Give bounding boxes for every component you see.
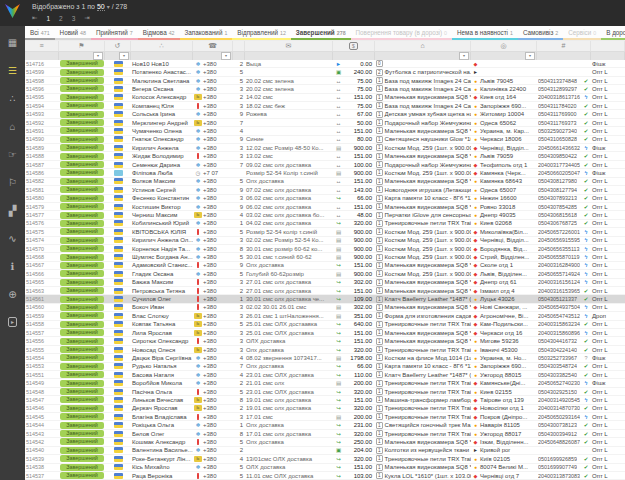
client-phone[interactable]: +380: [193, 262, 233, 268]
client-phone[interactable]: ❄+380: [193, 464, 233, 470]
client-phone[interactable]: lc+380: [193, 313, 233, 319]
info-icon[interactable]: ℹ: [0, 252, 25, 280]
client-phone[interactable]: +380: [193, 439, 233, 445]
order-row[interactable]: 514558ЗавершенийКовпак Татьянаlc+380525.…: [25, 321, 625, 329]
app-logo[interactable]: [4, 3, 21, 19]
filter-dropdown-icon[interactable]: ▾: [459, 52, 469, 60]
filter-client[interactable]: [131, 52, 193, 60]
client-phone[interactable]: ❄+380: [193, 422, 233, 428]
client-phone[interactable]: +380: [193, 288, 233, 294]
filter-dropdown-icon[interactable]: ▾: [119, 52, 129, 60]
filter-phone[interactable]: ▾: [193, 52, 233, 60]
last-page-button[interactable]: ⇥: [84, 14, 89, 22]
client-phone[interactable]: lc+380: [193, 120, 233, 126]
header-ttn[interactable]: #: [537, 40, 591, 51]
client-phone[interactable]: ❄+380: [193, 128, 233, 134]
order-row[interactable]: 514570ЗавершенийКорнелюк Надія Та...❄+38…: [25, 245, 625, 253]
order-row[interactable]: 514596ЗавершенийВегера Оксана❄+380320.02…: [25, 85, 625, 93]
header-price[interactable]: $: [333, 40, 375, 51]
order-row[interactable]: 514539ЗавершенийРоке-Бетанкурт Лін...lc+…: [25, 455, 625, 463]
order-row[interactable]: 514593ЗавершенийСольська Ірина❄+3809Роже…: [25, 110, 625, 118]
order-row[interactable]: 514551ЗавершенийБасова Наталя❄+380423.01…: [25, 371, 625, 379]
tab-Запакований[interactable]: Запакований1: [180, 26, 233, 40]
order-row[interactable]: 514577ЗавершенийЧерниш Максимlc+380403.0…: [25, 211, 625, 219]
header-calls[interactable]: [233, 40, 245, 51]
order-row[interactable]: 514592ЗавершенийМерклингер Андрейlc+3807…: [25, 119, 625, 127]
integrations-icon[interactable]: ∿: [0, 224, 25, 252]
order-row[interactable]: 514594ЗавершенийКомпанец Юля+380318.02 с…: [25, 102, 625, 110]
client-phone[interactable]: ❄+380: [193, 447, 233, 453]
tab-Завершений[interactable]: Завершений278: [291, 26, 351, 41]
header-status[interactable]: ⚑: [59, 40, 105, 51]
filter-comment[interactable]: [245, 52, 333, 60]
client-phone[interactable]: +380: [193, 338, 233, 344]
client-phone[interactable]: +380: [193, 389, 233, 395]
order-row[interactable]: 514542ЗавершенийКошмак Александр+3805Олх…: [25, 438, 625, 446]
client-phone[interactable]: lc+380: [193, 330, 233, 336]
header-products[interactable]: ⌂: [375, 40, 471, 51]
order-row[interactable]: 514560ЗавершенийБокоч Иван+380302.02 30.…: [25, 304, 625, 312]
header-tag[interactable]: [591, 40, 625, 51]
order-row[interactable]: 514587ЗавершенийСеменюк Дарина❄+380709.0…: [25, 161, 625, 169]
order-row[interactable]: 514540ЗавершенийВалентина Василье...❄+38…: [25, 447, 625, 455]
client-phone[interactable]: ❄+380: [193, 86, 233, 92]
tab-Сервіси[interactable]: Сервіси0: [563, 26, 601, 40]
client-phone[interactable]: lc+380: [193, 94, 233, 100]
order-row[interactable]: 514559ЗавершенийВлас Слотюуlc+380326.01 …: [25, 312, 625, 320]
client-phone[interactable]: ❄+380: [193, 380, 233, 386]
tab-Самовивіз[interactable]: Самовивіз2: [518, 26, 563, 40]
statistics-icon[interactable]: ▞: [0, 196, 25, 224]
filter-dropdown-icon[interactable]: ▾: [221, 52, 231, 60]
order-row[interactable]: 514545ЗавершенийБлагіна Владіслава+38031…: [25, 413, 625, 421]
filter-ttn[interactable]: [537, 52, 591, 60]
filter-products[interactable]: ▾: [375, 52, 471, 60]
client-phone[interactable]: ❄+380: [193, 220, 233, 226]
client-phone[interactable]: ❄+380: [193, 69, 233, 75]
client-phone[interactable]: ❄+380: [193, 237, 233, 243]
order-row[interactable]: 514595ЗавершенийКолосок Александрlc+3802…: [25, 94, 625, 102]
filter-calls[interactable]: [233, 52, 245, 60]
filter-dropdown-icon[interactable]: ▾: [525, 52, 535, 60]
tab-Прийнятий[interactable]: Прийнятий7: [91, 26, 138, 40]
tab-Нема в наявності[interactable]: Нема в наявності1: [452, 26, 518, 40]
order-row[interactable]: 514544ЗавершенийРокіцька Ольга❄+3801Олх …: [25, 421, 625, 429]
order-row[interactable]: 514555ЗавершенийНовосад Олесяlc+3803Олх …: [25, 346, 625, 354]
orders-icon[interactable]: ☰: [0, 56, 25, 84]
dashboard-icon[interactable]: ▦: [0, 28, 25, 56]
hand-cursor-icon[interactable]: ☞: [0, 140, 25, 168]
client-phone[interactable]: +380: [193, 304, 233, 310]
page-button-3[interactable]: 3: [72, 15, 76, 22]
header-address[interactable]: ◎: [471, 40, 537, 51]
header-phone[interactable]: ☎: [193, 40, 233, 51]
page-button-2[interactable]: 2: [59, 15, 63, 22]
client-phone[interactable]: ❄+380: [193, 355, 233, 361]
order-row[interactable]: 514563ЗавершенийПетровська Тетяна+380227…: [25, 287, 625, 295]
order-row[interactable]: 514580ЗавершенийФесенко Константин❄+3803…: [25, 195, 625, 203]
client-phone[interactable]: +380: [193, 229, 233, 235]
order-row[interactable]: 514582ЗавершенийВолков Максим❄+3805Олх д…: [25, 178, 625, 186]
header-client[interactable]: ∴: [131, 40, 193, 51]
header-comment[interactable]: ✉: [245, 40, 333, 51]
filter-source[interactable]: ▾: [105, 52, 131, 60]
client-phone[interactable]: lc+380: [193, 397, 233, 403]
order-row[interactable]: 514581ЗавершенийУстинов Сергей❄+380907.0…: [25, 186, 625, 194]
order-row[interactable]: 514546ЗавершенийДеркач Ярославlc+380219.…: [25, 405, 625, 413]
client-phone[interactable]: ❄+380: [193, 162, 233, 168]
order-row[interactable]: 514716ЗавершенийНов10 Нов10❄+3802Выца►0.…: [25, 60, 625, 68]
filter-id[interactable]: [25, 52, 59, 60]
client-phone[interactable]: +380: [193, 414, 233, 420]
store-icon[interactable]: ⌂: [0, 112, 25, 140]
header-source[interactable]: ↺: [105, 40, 131, 51]
client-phone[interactable]: lc+380: [193, 321, 233, 327]
client-phone[interactable]: ❄+380: [193, 363, 233, 369]
client-phone[interactable]: ❄+380: [193, 178, 233, 184]
first-page-button[interactable]: ⇤: [32, 14, 37, 22]
order-row[interactable]: 514557ЗавершенийЛила Ярославlc+380325.01…: [25, 329, 625, 337]
client-phone[interactable]: ❄+380: [193, 204, 233, 210]
client-phone[interactable]: lc+380: [193, 347, 233, 353]
tab-В дорозі додому[interactable]: В дорозі додому: [601, 26, 625, 40]
order-row[interactable]: 514588ЗавершенийЖидак Володимир+380313.0…: [25, 152, 625, 160]
page-size-dropdown[interactable]: 50: [97, 3, 105, 11]
client-phone[interactable]: +380: [193, 103, 233, 109]
tab-Повернення товару (в дорозі)[interactable]: Повернення товару (в дорозі)0: [351, 26, 452, 40]
